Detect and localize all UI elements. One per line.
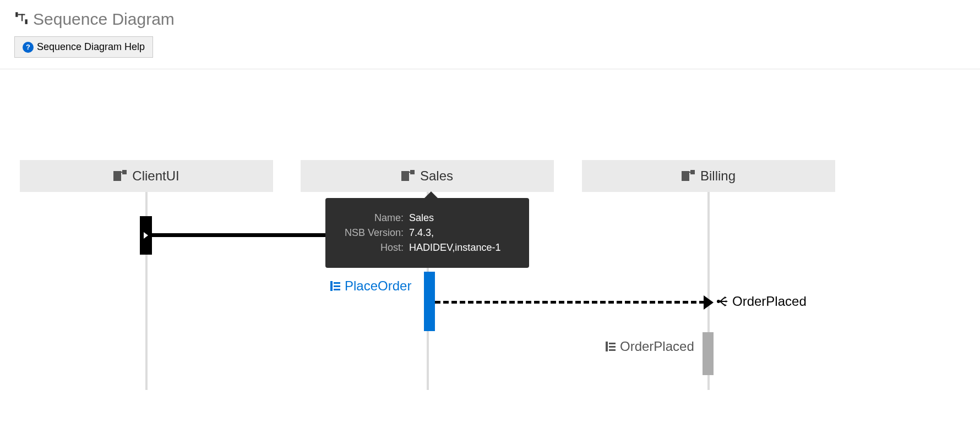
svg-rect-13 xyxy=(330,281,333,291)
endpoint-name: Billing xyxy=(700,168,736,184)
svg-rect-6 xyxy=(119,172,124,173)
tooltip-value-name: Sales xyxy=(409,212,517,224)
endpoint-icon xyxy=(401,170,415,182)
help-button-label: Sequence Diagram Help xyxy=(37,41,145,53)
sequence-diagram-icon xyxy=(14,11,29,28)
svg-rect-0 xyxy=(15,12,18,17)
start-marker[interactable] xyxy=(140,216,152,255)
svg-rect-9 xyxy=(407,172,412,173)
svg-line-18 xyxy=(720,298,725,301)
svg-marker-21 xyxy=(725,296,727,299)
svg-rect-16 xyxy=(334,289,340,290)
svg-rect-12 xyxy=(687,172,693,173)
tooltip-value-host: HADIDEV,instance-1 xyxy=(409,242,517,254)
endpoint-name: ClientUI xyxy=(132,168,179,184)
svg-rect-1 xyxy=(25,19,28,24)
tooltip-row: Host: HADIDEV,instance-1 xyxy=(337,242,517,254)
tooltip-label-version: NSB Version: xyxy=(337,227,409,239)
svg-line-20 xyxy=(720,301,725,305)
endpoint-tooltip: Name: Sales NSB Version: 7.4.3, Host: HA… xyxy=(325,198,529,268)
endpoint-icon xyxy=(113,170,127,182)
svg-point-17 xyxy=(717,300,720,303)
activation-billing[interactable] xyxy=(703,332,714,375)
help-button[interactable]: ? Sequence Diagram Help xyxy=(14,36,153,58)
endpoint-header-sales[interactable]: Sales xyxy=(301,160,554,192)
svg-rect-15 xyxy=(334,285,340,287)
tooltip-row: NSB Version: 7.4.3, xyxy=(337,227,517,239)
endpoint-name: Sales xyxy=(420,168,453,184)
tooltip-label-name: Name: xyxy=(337,212,409,224)
event-text: OrderPlaced xyxy=(732,294,807,309)
tooltip-value-version: 7.4.3, xyxy=(409,227,517,239)
activation-sales[interactable] xyxy=(424,272,435,331)
arrow-head-icon xyxy=(704,295,714,310)
page-title: Sequence Diagram xyxy=(33,10,175,29)
endpoint-header-clientui[interactable]: ClientUI xyxy=(20,160,273,192)
diagram-canvas: ClientUI Sales Billing PlaceOrder xyxy=(0,69,980,421)
svg-rect-24 xyxy=(606,342,608,351)
tooltip-row: Name: Sales xyxy=(337,212,517,224)
message-text: PlaceOrder xyxy=(345,278,411,294)
endpoint-header-billing[interactable]: Billing xyxy=(582,160,835,192)
svg-marker-23 xyxy=(725,304,727,306)
svg-rect-14 xyxy=(334,282,340,284)
svg-rect-27 xyxy=(609,349,616,351)
svg-rect-26 xyxy=(609,346,616,348)
handler-text: OrderPlaced xyxy=(620,339,694,354)
svg-marker-22 xyxy=(726,300,728,302)
svg-rect-3 xyxy=(21,14,23,21)
play-icon xyxy=(144,232,148,239)
endpoint-icon xyxy=(682,170,695,182)
event-arrow-orderplaced[interactable] xyxy=(435,301,705,304)
command-icon xyxy=(330,281,340,291)
message-label-placeorder[interactable]: PlaceOrder xyxy=(330,278,411,294)
tooltip-label-host: Host: xyxy=(337,242,409,254)
help-icon: ? xyxy=(23,42,34,53)
svg-rect-25 xyxy=(609,343,616,344)
event-label-orderplaced[interactable]: OrderPlaced xyxy=(716,294,807,309)
event-icon xyxy=(716,295,728,307)
handler-label-orderplaced[interactable]: OrderPlaced xyxy=(606,339,694,354)
handler-icon xyxy=(606,342,616,351)
